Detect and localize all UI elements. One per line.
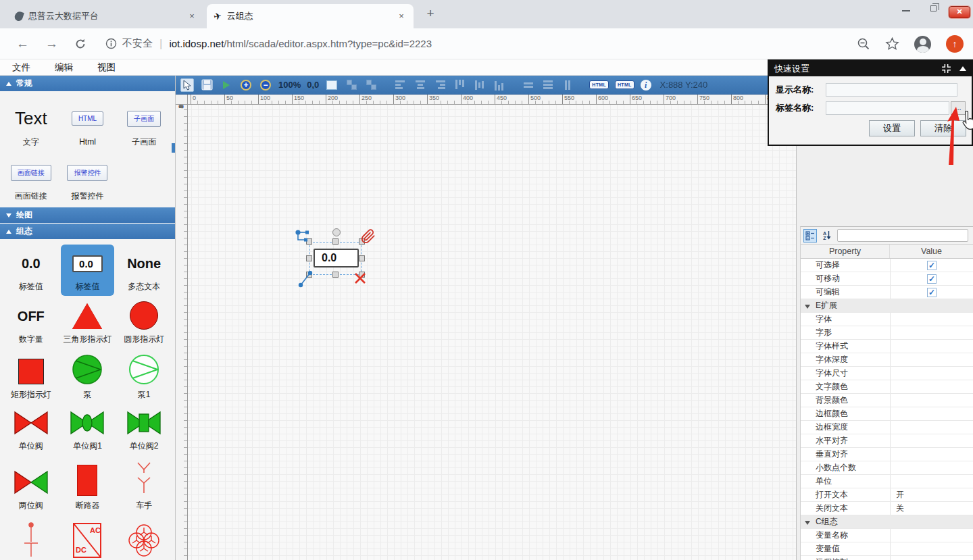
attach-link-icon[interactable] [361,228,376,245]
property-value[interactable] [890,326,973,339]
palette-item-tag-value-boxed-selected[interactable]: 0.0 标签值 [61,245,115,296]
property-row[interactable]: 背景颜色 [801,394,973,407]
info-button[interactable]: i [641,80,651,91]
property-value[interactable] [890,515,973,528]
tag-name-input[interactable] [826,101,949,115]
palette-item-multistate-text[interactable]: None 多态文本 [116,245,172,296]
menu-item[interactable]: 视图 [97,61,116,74]
align-right-button[interactable] [433,78,447,92]
bookmark-star-icon[interactable] [885,37,899,51]
reload-icon[interactable] [74,38,86,50]
selected-tag-value-widget[interactable]: 0.0 [314,249,359,268]
quick-settings-header[interactable]: 快速设置 [769,61,972,76]
palette-item-handcart[interactable]: 车手 [116,455,172,515]
property-value[interactable] [890,259,973,272]
property-value[interactable]: 开 [890,488,973,501]
zoom-out-button[interactable]: − [259,78,272,92]
profile-avatar-icon[interactable] [914,36,931,53]
section-header-drawing[interactable]: 绘图 [0,207,175,223]
palette-item-rect-indicator[interactable]: 矩形指示灯 [3,349,59,404]
tab2-close-icon[interactable]: × [396,11,407,22]
property-value[interactable] [890,475,973,488]
same-size-button[interactable] [561,78,574,92]
browser-update-icon[interactable]: ↑ [946,35,964,53]
property-value[interactable] [890,556,973,560]
property-row[interactable]: C组态 [801,515,973,529]
html-preview-button[interactable]: HTML [615,80,634,89]
resize-handle-s[interactable] [332,272,339,278]
connector-branch-icon[interactable] [295,229,311,244]
resize-handle-e[interactable] [359,255,365,261]
checkbox-checked-icon[interactable] [927,261,937,270]
display-name-input[interactable] [826,83,957,97]
property-value[interactable] [890,542,973,555]
rotate-handle[interactable] [332,228,341,236]
property-column-header[interactable]: Property [801,245,890,258]
info-icon[interactable] [105,38,117,49]
dock-collapse-icon[interactable] [941,63,951,74]
property-row[interactable]: 水平对齐 [801,434,973,448]
property-row[interactable]: 可移动 [801,272,973,286]
palette-item-tag-value[interactable]: 0.0 标签值 [3,245,59,296]
palette-item-html[interactable]: HTML Html [59,97,116,151]
palette-item-valve2[interactable]: 单位阀2 [116,404,172,455]
sidebar-scrollbar-thumb[interactable] [172,143,175,153]
palette-item-valve[interactable]: 单位阀 [3,404,59,455]
ungroup-button[interactable] [364,78,378,92]
property-value[interactable] [890,434,973,447]
palette-item-pump1[interactable]: 泵1 [116,349,172,404]
resize-handle-n[interactable] [332,238,339,245]
html-export-button[interactable]: HTML [589,80,609,89]
resize-handle-w[interactable] [306,255,312,261]
section-header-zutai[interactable]: 组态 [0,224,175,239]
menu-item[interactable]: 文件 [12,61,30,74]
value-column-header[interactable]: Value [890,245,973,258]
property-row[interactable]: 可编辑 [801,286,973,299]
palette-item-two-position-valve[interactable]: 两位阀 [3,455,59,515]
align-left-button[interactable] [394,78,407,92]
minimize-button[interactable] [897,1,915,15]
align-center-button[interactable] [414,78,427,92]
property-value[interactable] [890,380,973,393]
property-value[interactable] [890,421,973,434]
design-canvas[interactable]: 0.0 [188,105,796,560]
property-row[interactable]: 打开文本 开 [801,488,973,502]
property-value[interactable] [890,353,973,366]
forward-icon[interactable]: → [45,36,58,51]
property-row[interactable]: 字体深度 [801,353,973,367]
property-value[interactable] [890,340,973,353]
address-bar[interactable]: 不安全 | iot.idosp.net/html/scada/editor.as… [105,37,432,51]
property-filter-box[interactable] [837,229,968,242]
zoom-in-button[interactable]: + [239,78,253,92]
back-icon[interactable]: ← [16,36,29,51]
property-row[interactable]: 单位 [801,475,973,488]
property-row[interactable]: E扩展 [801,299,973,313]
zoom-out-icon[interactable] [857,37,870,51]
property-row[interactable]: 字体样式 [801,340,973,353]
tab-cloud-scada[interactable]: ✈ 云组态 × [207,4,414,28]
palette-item-inverter[interactable]: ACDC 逆变器 [59,515,116,560]
checkbox-checked-icon[interactable] [927,288,937,297]
property-row[interactable]: 字形 [801,326,973,340]
align-bottom-button[interactable] [492,78,505,92]
delete-x-icon[interactable] [353,272,367,285]
categorized-view-button[interactable] [803,229,817,243]
property-value[interactable]: 关 [890,502,973,515]
set-button[interactable]: 设置 [869,120,915,136]
clear-button[interactable]: 清除 [920,120,966,136]
palette-item-breaker[interactable]: 断路器 [59,455,116,515]
same-width-button[interactable] [522,78,535,92]
property-row[interactable]: 字体 [801,313,973,326]
align-middle-button[interactable] [472,78,486,92]
tab1-close-icon[interactable]: × [186,11,197,22]
palette-item-valve1[interactable]: 单位阀1 [59,404,116,455]
property-row[interactable]: 变量名称 [801,529,973,542]
property-value[interactable] [890,367,973,380]
palette-item-digital[interactable]: OFF 数字量 [3,296,59,349]
alphabetical-sort-button[interactable]: AZ [820,229,834,243]
property-row[interactable]: 小数点个数 [801,461,973,475]
checkbox-checked-icon[interactable] [927,274,937,284]
run-preview-button[interactable] [220,78,233,92]
panel-collapse-icon[interactable] [959,66,966,71]
palette-item-screen-link[interactable]: 画面链接 画面链接 [3,151,59,206]
